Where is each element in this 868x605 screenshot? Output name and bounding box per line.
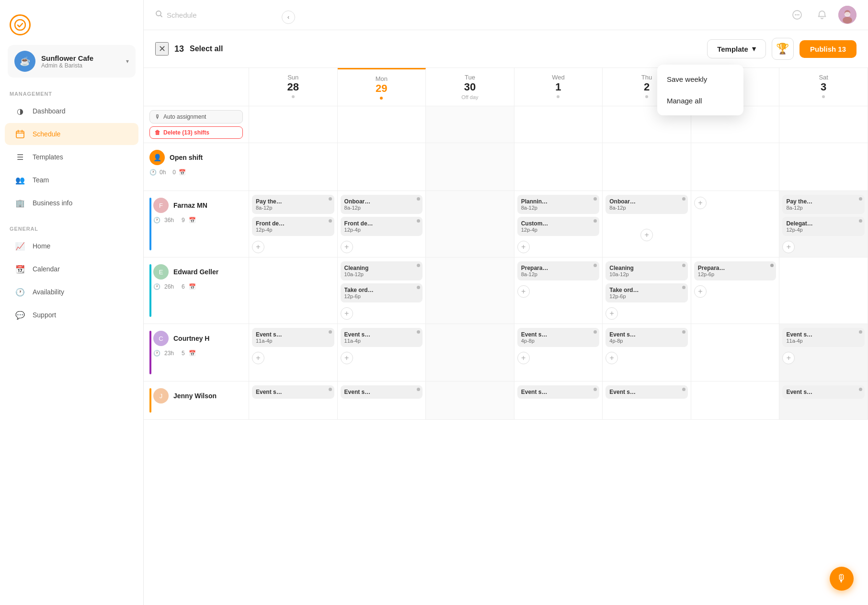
- close-selection-button[interactable]: ✕: [155, 42, 169, 56]
- shift-cell-courtney-tue: [426, 324, 514, 381]
- shift-card[interactable]: Prepara… 8a-12p: [517, 261, 600, 280]
- shift-cell-edward-sat: [779, 258, 868, 324]
- sidebar-item-schedule[interactable]: Schedule: [5, 123, 138, 145]
- add-shift-button[interactable]: +: [640, 229, 653, 241]
- employee-bar-courtney: [149, 331, 151, 374]
- shift-card[interactable]: Event s…: [517, 385, 600, 399]
- template-button[interactable]: Template ▾: [707, 39, 766, 58]
- support-icon: 💬: [14, 309, 26, 321]
- shift-card[interactable]: Event s…: [252, 385, 334, 399]
- shift-cell-jenny-sat: Event s…: [779, 381, 868, 420]
- profile-picture[interactable]: [838, 6, 857, 24]
- add-shift-button[interactable]: +: [252, 352, 264, 364]
- avatar-jenny: J: [153, 388, 169, 403]
- publish-button[interactable]: Publish 13: [799, 40, 857, 58]
- shift-cell-farnaz-fri: +: [691, 191, 780, 258]
- sidebar-item-label: Templates: [33, 153, 63, 161]
- open-shift-mon: [338, 143, 426, 191]
- add-shift-button[interactable]: +: [782, 241, 795, 253]
- add-shift-button[interactable]: +: [341, 241, 353, 253]
- shift-cell-courtney-mon: Event s… 11a-4p +: [338, 324, 426, 381]
- add-shift-button[interactable]: +: [694, 197, 707, 209]
- chat-button[interactable]: [788, 6, 806, 23]
- shift-dot: [682, 388, 685, 391]
- action-empty-sat: [779, 106, 868, 143]
- shift-card[interactable]: Event s… 4p-8p: [517, 328, 600, 347]
- shift-cell-edward-tue: [426, 258, 514, 324]
- trophy-button[interactable]: 🏆: [772, 38, 794, 60]
- user-card[interactable]: ☕ Sunflower Cafe Admin & Barista ▾: [8, 45, 136, 78]
- sidebar-collapse-button[interactable]: ‹: [282, 11, 295, 24]
- shift-card[interactable]: Front de… 12p-4p: [341, 217, 423, 236]
- shift-card[interactable]: Event s… 11a-4p: [252, 328, 334, 347]
- open-shift-fri: [691, 143, 780, 191]
- sidebar-item-label: Home: [33, 242, 50, 250]
- sidebar-item-calendar[interactable]: 📆 Calendar: [5, 258, 138, 280]
- add-shift-button[interactable]: +: [252, 241, 264, 253]
- fab-button[interactable]: 🎙: [830, 567, 854, 591]
- avatar-courtney: C: [153, 331, 169, 346]
- add-shift-button[interactable]: +: [694, 285, 707, 298]
- topbar: Schedule: [144, 0, 868, 30]
- add-shift-button[interactable]: +: [341, 307, 353, 320]
- shift-dot: [859, 219, 862, 223]
- delete-shifts-button[interactable]: 🗑 Delete (13) shifts: [149, 126, 243, 139]
- shift-card[interactable]: Event s…: [341, 385, 423, 399]
- shift-card[interactable]: Delegat… 12p-4p: [782, 217, 865, 236]
- shift-card[interactable]: Plannin… 8a-12p: [517, 195, 600, 214]
- shift-dot: [329, 197, 332, 201]
- notifications-button[interactable]: [813, 6, 831, 23]
- shift-card[interactable]: Cleaning 10a-12p: [341, 261, 423, 280]
- shift-dot: [770, 264, 774, 267]
- dropdown-manage-all[interactable]: Manage all: [657, 90, 743, 112]
- shift-card[interactable]: Take ord… 12p-6p: [605, 283, 688, 302]
- shift-card[interactable]: Cleaning 10a-12p: [605, 261, 688, 280]
- shift-cell-farnaz-mon: Onboar… 8a-12p Front de… 12p-4p +: [338, 191, 426, 258]
- shift-card[interactable]: Onboar… 8a-12p: [605, 195, 688, 214]
- add-shift-button[interactable]: +: [782, 352, 795, 364]
- shift-dot: [594, 388, 597, 391]
- employee-name-edward: Edward Geller: [173, 268, 218, 276]
- shift-card[interactable]: Prepara… 12p-6p: [694, 261, 777, 280]
- select-all-button[interactable]: Select all: [190, 45, 223, 53]
- shift-cell-jenny-thu: Event s…: [603, 381, 691, 420]
- sidebar-item-team[interactable]: 👥 Team: [5, 169, 138, 191]
- sidebar-item-availability[interactable]: 🕐 Availability: [5, 281, 138, 303]
- sidebar-item-dashboard[interactable]: ◑ Dashboard: [5, 100, 138, 122]
- shift-cell-farnaz-sat: Pay the… 8a-12p Delegat… 12p-4p +: [779, 191, 868, 258]
- shift-card[interactable]: Custom… 12p-4p: [517, 217, 600, 236]
- add-shift-button[interactable]: +: [517, 241, 530, 253]
- shift-card[interactable]: Pay the… 8a-12p: [252, 195, 334, 214]
- shift-card[interactable]: Onboar… 8a-12p: [341, 195, 423, 214]
- shift-card[interactable]: Event s…: [605, 385, 688, 399]
- shift-card[interactable]: Event s… 11a-4p: [782, 328, 865, 347]
- shift-card[interactable]: Front de… 12p-4p: [252, 217, 334, 236]
- add-shift-button[interactable]: +: [605, 352, 618, 364]
- shift-card[interactable]: Pay the… 8a-12p: [782, 195, 865, 214]
- trophy-icon: 🏆: [776, 43, 789, 55]
- shift-dot: [417, 197, 420, 201]
- add-shift-button[interactable]: +: [517, 285, 530, 298]
- sidebar-item-home[interactable]: 📈 Home: [5, 235, 138, 257]
- shift-card[interactable]: Event s… 4p-8p: [605, 328, 688, 347]
- auto-assignment-button[interactable]: 🎙 Auto assignment: [149, 110, 243, 123]
- col-header-sat: Sat 3: [779, 68, 868, 106]
- shift-dot: [417, 330, 420, 334]
- add-shift-button[interactable]: +: [341, 352, 353, 364]
- svg-point-0: [15, 20, 25, 30]
- add-shift-button[interactable]: +: [605, 307, 618, 320]
- sidebar-item-business[interactable]: 🏢 Business info: [5, 192, 138, 214]
- add-shift-button[interactable]: +: [517, 352, 530, 364]
- calendar-icon: 📅: [189, 283, 196, 290]
- sidebar-item-support[interactable]: 💬 Support: [5, 304, 138, 326]
- open-shift-info: 👤 Open shift 🕐 0h 0 📅: [144, 143, 249, 191]
- shift-cell-farnaz-thu: Onboar… 8a-12p +: [603, 191, 691, 258]
- shift-dot: [859, 388, 862, 391]
- action-empty-wed: [514, 106, 603, 143]
- shift-card[interactable]: Event s… 11a-4p: [341, 328, 423, 347]
- sidebar-item-templates[interactable]: ☰ Templates: [5, 146, 138, 168]
- dropdown-save-weekly[interactable]: Save weekly: [657, 68, 743, 90]
- clock-icon: 🕐: [153, 283, 160, 290]
- shift-card[interactable]: Event s…: [782, 385, 865, 399]
- shift-card[interactable]: Take ord… 12p-6p: [341, 283, 423, 302]
